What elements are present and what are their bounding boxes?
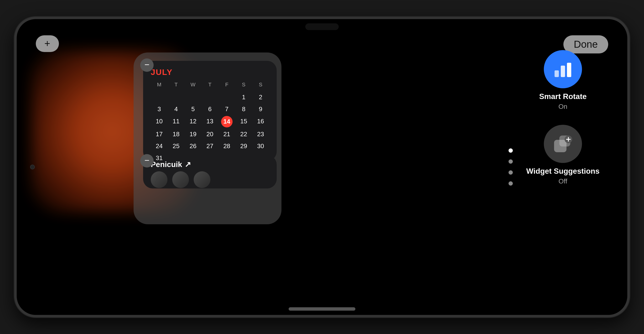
cal-cell-19: 19 (184, 129, 202, 139)
page-dot-2[interactable] (508, 159, 513, 164)
svg-rect-0 (554, 70, 559, 77)
smart-rotate-item[interactable]: Smart Rotate On (539, 50, 586, 110)
cal-cell-15: 15 (235, 116, 252, 128)
front-camera (30, 164, 35, 170)
cal-cell-6: 6 (202, 104, 218, 114)
weather-temp-1 (151, 171, 168, 188)
done-label: Done (574, 39, 598, 50)
minus-icon: − (144, 60, 149, 69)
cal-cell (168, 92, 184, 102)
cal-cell (252, 153, 269, 163)
cal-cell-today: 14 (221, 116, 232, 128)
weather-temps (151, 171, 269, 188)
cal-cell-24: 24 (151, 141, 168, 151)
cal-cell (184, 153, 202, 163)
cal-cell-9: 9 (252, 104, 269, 114)
calendar-row-5: 24 25 26 27 28 29 30 (151, 141, 269, 151)
page-dots (508, 148, 513, 186)
cal-cell-10: 10 (151, 116, 168, 128)
add-icon: + (44, 39, 50, 49)
calendar-month: JULY (151, 68, 269, 77)
add-widget-button[interactable]: + (36, 35, 59, 52)
volume-down-button[interactable] (14, 107, 15, 126)
calendar-row-3: 10 11 12 13 14 15 16 (151, 116, 269, 128)
cal-cell-27: 27 (202, 141, 218, 151)
page-dot-3[interactable] (508, 170, 513, 175)
cal-cell-7: 7 (218, 104, 235, 114)
page-dot-1[interactable] (508, 148, 513, 153)
cal-header-fri: F (218, 80, 235, 90)
cal-cell-12: 12 (184, 116, 202, 128)
remove-calendar-widget-button[interactable]: − (140, 58, 154, 72)
minus-icon: − (144, 156, 149, 164)
phone-screen: + Done JULY M T W T F S S (17, 19, 627, 315)
smart-rotate-label: Smart Rotate (539, 92, 586, 101)
smart-rotate-icon-circle (544, 50, 582, 88)
cal-cell-20: 20 (202, 129, 218, 139)
cal-cell-29: 29 (235, 141, 252, 151)
svg-rect-2 (567, 63, 571, 77)
smart-rotate-svg (552, 58, 574, 80)
cal-cell-26: 26 (184, 141, 202, 151)
cal-cell-23: 23 (252, 129, 269, 139)
weather-temp-3 (194, 171, 210, 188)
cal-cell-1: 1 (235, 92, 252, 102)
cal-cell-4: 4 (168, 104, 184, 114)
cal-cell (184, 92, 202, 102)
calendar-row-6: 31 (151, 153, 269, 163)
cal-header-wed: W (184, 80, 202, 90)
cal-cell-3: 3 (151, 104, 168, 114)
cal-header-sun: S (252, 80, 269, 90)
cal-cell-22: 22 (235, 129, 252, 139)
widget-suggestions-label: Widget Suggestions (526, 167, 600, 176)
phone-frame: + Done JULY M T W T F S S (14, 17, 630, 317)
calendar-widget[interactable]: JULY M T W T F S S (143, 61, 277, 161)
cal-cell-11: 11 (168, 116, 184, 128)
home-indicator[interactable] (288, 307, 356, 310)
widget-suggestions-item[interactable]: Widget Suggestions Off (526, 125, 600, 185)
cal-header-tue: T (168, 80, 184, 90)
cal-cell-17: 17 (151, 129, 168, 139)
page-dot-4[interactable] (508, 181, 513, 186)
cal-cell-25: 25 (168, 141, 184, 151)
widget-suggestions-svg (552, 133, 574, 154)
cal-cell (168, 153, 184, 163)
cal-cell-30: 30 (252, 141, 269, 151)
top-notch (305, 24, 339, 30)
calendar-grid: M T W T F S S 1 2 (151, 80, 269, 164)
remove-weather-widget-button[interactable]: − (140, 154, 154, 168)
calendar-row-1: 1 2 (151, 92, 269, 102)
cal-cell-13: 13 (202, 116, 218, 128)
svg-rect-1 (561, 66, 565, 77)
cal-cell-16: 16 (252, 116, 269, 128)
widget-suggestions-status: Off (558, 178, 568, 185)
cal-cell-28: 28 (218, 141, 235, 151)
calendar-row-4: 17 18 19 20 21 22 23 (151, 129, 269, 139)
widget-suggestions-icon-circle (544, 125, 582, 163)
cal-cell-5: 5 (184, 104, 202, 114)
right-panel: Smart Rotate On Widget Suggesti (522, 50, 604, 185)
smart-rotate-status: On (558, 103, 567, 110)
cal-cell (235, 153, 252, 163)
calendar-row-2: 3 4 5 6 7 8 9 (151, 104, 269, 114)
cal-cell-18: 18 (168, 129, 184, 139)
weather-temp-2 (172, 171, 189, 188)
cal-cell-21: 21 (218, 129, 235, 139)
power-button[interactable] (629, 91, 630, 119)
calendar-header-row: M T W T F S S (151, 80, 269, 90)
cal-header-mon: M (151, 80, 168, 90)
cal-cell (202, 92, 218, 102)
cal-header-thu: T (202, 80, 218, 90)
cal-header-sat: S (235, 80, 252, 90)
cal-cell (218, 153, 235, 163)
cal-cell (202, 153, 218, 163)
cal-cell (151, 92, 168, 102)
cal-cell (218, 92, 235, 102)
volume-up-button[interactable] (14, 81, 15, 100)
cal-cell-2: 2 (252, 92, 269, 102)
cal-cell-8: 8 (235, 104, 252, 114)
